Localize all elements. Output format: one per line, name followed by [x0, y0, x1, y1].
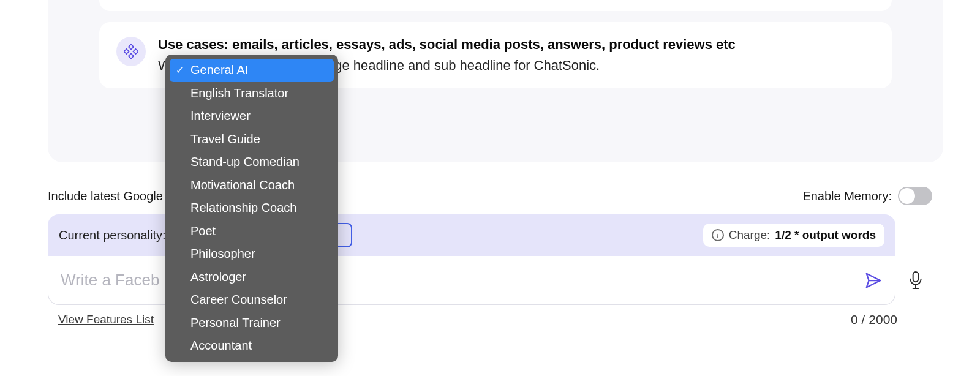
dropdown-item-label: Astrologer [190, 270, 246, 284]
use-cases-icon-wrap [116, 37, 146, 66]
dropdown-item-label: Relationship Coach [190, 201, 296, 215]
dropdown-item-label: Poet [190, 224, 216, 238]
dropdown-item-label: Travel Guide [190, 132, 260, 146]
dropdown-item[interactable]: Interviewer [170, 105, 334, 128]
use-cases-title: Use cases: emails, articles, essays, ads… [158, 37, 875, 53]
dropdown-item[interactable]: Relationship Coach [170, 197, 334, 220]
dropdown-item[interactable]: Poet [170, 220, 334, 243]
dropdown-item[interactable]: Career Counselor [170, 288, 334, 312]
dropdown-item-label: Career Counselor [190, 293, 287, 307]
current-personality-label: Current personality: [59, 228, 166, 243]
dropdown-item-label: General AI [190, 63, 249, 77]
diamond-grid-icon [124, 44, 138, 59]
dropdown-item-label: Interviewer [190, 109, 251, 123]
svg-rect-2 [133, 49, 138, 54]
dropdown-item[interactable]: English Translator [170, 82, 334, 105]
svg-rect-1 [124, 49, 129, 54]
info-icon[interactable]: i [712, 229, 724, 241]
dropdown-item-label: Philosopher [190, 247, 255, 261]
enable-memory-control: Enable Memory: [802, 187, 932, 205]
svg-rect-3 [129, 53, 134, 58]
dropdown-item-label: Personal Trainer [190, 316, 281, 330]
include-google-label: Include latest Google [48, 189, 163, 203]
microphone-icon [908, 270, 924, 291]
dropdown-item-label: Accountant [190, 339, 252, 353]
charge-value: 1/2 * output words [775, 228, 876, 242]
dropdown-item[interactable]: Philosopher [170, 243, 334, 266]
send-icon[interactable] [864, 271, 883, 290]
svg-rect-0 [129, 44, 134, 49]
enable-memory-label: Enable Memory: [802, 189, 892, 203]
dropdown-item[interactable]: Motivational Coach [170, 174, 334, 197]
view-features-link[interactable]: View Features List [58, 313, 154, 326]
dropdown-item-label: English Translator [190, 86, 288, 100]
dropdown-item[interactable]: Travel Guide [170, 128, 334, 151]
charge-label: Charge: [729, 228, 771, 242]
dropdown-item[interactable]: Astrologer [170, 266, 334, 289]
dropdown-item[interactable]: Personal Trainer [170, 312, 334, 335]
previous-card-edge [99, 0, 892, 11]
charge-badge: i Charge: 1/2 * output words [703, 224, 884, 247]
subtitle-end: ng page headline and sub headline for Ch… [301, 58, 600, 73]
dropdown-item[interactable]: Stand-up Comedian [170, 151, 334, 174]
dropdown-item-label: Motivational Coach [190, 178, 295, 192]
dropdown-item[interactable]: ✓General AI [170, 59, 334, 82]
check-icon: ✓ [176, 64, 184, 76]
mic-button[interactable] [907, 268, 925, 293]
dropdown-item[interactable]: Accountant [170, 334, 334, 358]
enable-memory-toggle[interactable] [898, 187, 932, 205]
character-counter: 0 / 2000 [851, 312, 897, 327]
svg-rect-5 [913, 272, 919, 282]
dropdown-item-label: Stand-up Comedian [190, 155, 300, 169]
personality-dropdown[interactable]: ✓General AIEnglish TranslatorInterviewer… [165, 55, 338, 362]
